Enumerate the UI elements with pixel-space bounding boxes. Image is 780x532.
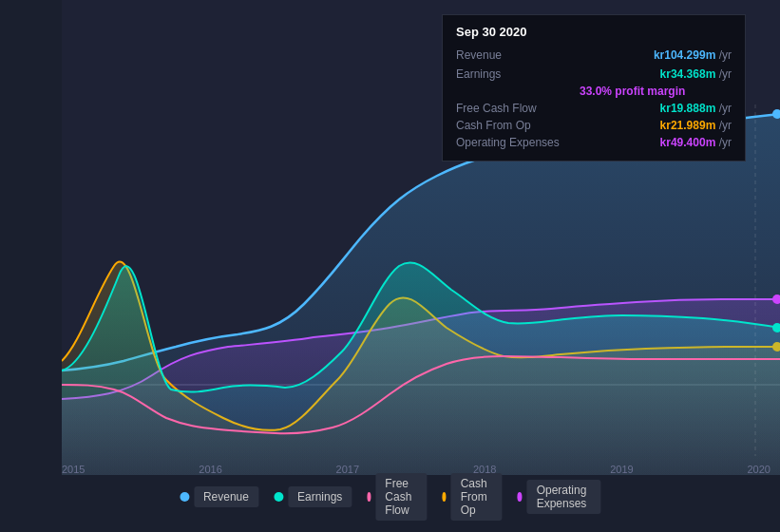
tooltip-earnings-label: Earnings xyxy=(456,67,570,81)
legend-label-cashfromop: Cash From Op xyxy=(451,473,503,521)
tooltip-cashfromop-row: Cash From Op kr21.989m /yr xyxy=(456,117,732,134)
tooltip-revenue-label: Revenue xyxy=(456,48,570,62)
tooltip-cashfromop-value: kr21.989m /yr xyxy=(660,119,732,132)
legend-label-earnings: Earnings xyxy=(288,486,352,507)
legend-item-fcf[interactable]: Free Cash Flow xyxy=(367,473,427,521)
legend-label-opex: Operating Expenses xyxy=(527,480,600,514)
legend-dot-earnings xyxy=(274,492,283,502)
tooltip-revenue-row: Revenue kr104.299m /yr xyxy=(456,47,732,64)
legend-label-fcf: Free Cash Flow xyxy=(375,473,427,521)
legend-item-revenue[interactable]: Revenue xyxy=(180,486,258,507)
tooltip-opex-value: kr49.400m /yr xyxy=(660,136,732,149)
x-label-2019: 2019 xyxy=(610,464,633,475)
tooltip-profit-margin: 33.0% profit margin xyxy=(580,85,685,98)
legend-item-opex[interactable]: Operating Expenses xyxy=(517,480,600,514)
tooltip-box: Sep 30 2020 Revenue kr104.299m /yr Earni… xyxy=(442,14,746,162)
tooltip-fcf-label: Free Cash Flow xyxy=(456,102,570,115)
legend-item-earnings[interactable]: Earnings xyxy=(274,486,352,507)
chart-container: Sep 30 2020 Revenue kr104.299m /yr Earni… xyxy=(0,0,780,532)
legend-label-revenue: Revenue xyxy=(194,486,258,507)
tooltip-opex-label: Operating Expenses xyxy=(456,136,570,149)
legend-dot-cashfromop xyxy=(442,492,446,502)
legend-dot-revenue xyxy=(180,492,189,502)
tooltip-earnings-row: Earnings kr34.368m /yr 33.0% profit marg… xyxy=(456,64,732,100)
legend-dot-fcf xyxy=(367,492,371,502)
legend: Revenue Earnings Free Cash Flow Cash Fro… xyxy=(180,473,600,521)
legend-item-cashfromop[interactable]: Cash From Op xyxy=(442,473,502,521)
x-label-2015: 2015 xyxy=(62,464,85,475)
tooltip-fcf-value: kr19.888m /yr xyxy=(660,102,732,115)
x-label-2020: 2020 xyxy=(747,464,770,475)
tooltip-revenue-value: kr104.299m /yr xyxy=(654,48,732,62)
tooltip-cashfromop-label: Cash From Op xyxy=(456,119,570,132)
tooltip-earnings-value: kr34.368m /yr xyxy=(660,67,732,81)
legend-dot-opex xyxy=(517,492,522,502)
tooltip-date: Sep 30 2020 xyxy=(456,25,732,39)
tooltip-opex-row: Operating Expenses kr49.400m /yr xyxy=(456,134,732,151)
tooltip-fcf-row: Free Cash Flow kr19.888m /yr xyxy=(456,100,732,117)
